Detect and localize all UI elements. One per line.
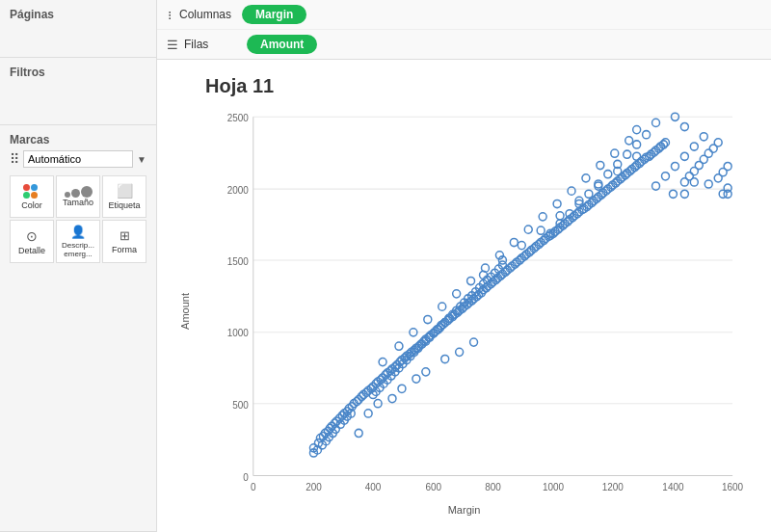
color-icon <box>23 184 40 199</box>
marca-color-label: Color <box>21 200 42 210</box>
marca-descrip-label: Descrip...emerg... <box>62 241 94 258</box>
svg-point-193 <box>518 241 525 249</box>
svg-point-186 <box>412 375 420 383</box>
svg-point-187 <box>422 368 430 376</box>
svg-text:1500: 1500 <box>227 256 249 267</box>
svg-point-274 <box>604 171 612 178</box>
svg-text:1600: 1600 <box>722 482 743 492</box>
svg-point-195 <box>556 212 564 220</box>
marca-detalle-label: Detalle <box>18 246 45 255</box>
svg-text:1000: 1000 <box>227 328 249 338</box>
svg-point-280 <box>662 173 670 180</box>
svg-point-215 <box>379 359 386 366</box>
svg-point-184 <box>388 394 396 402</box>
descrip-icon: 👤 <box>70 225 86 239</box>
svg-point-228 <box>568 187 575 195</box>
x-axis-label: Margin <box>448 504 481 516</box>
sidebar: Páginas Filtros Marcas ⠿ Automático ▼ Co… <box>0 0 157 532</box>
svg-point-178 <box>714 139 722 146</box>
svg-point-218 <box>424 315 432 323</box>
filas-label: Filas <box>184 38 237 51</box>
svg-point-194 <box>537 226 545 234</box>
svg-point-176 <box>705 149 712 157</box>
marca-detalle[interactable]: ⊙ Detalle <box>10 220 54 263</box>
filas-pill[interactable]: Amount <box>247 35 317 54</box>
chart-inner: 0 500 1000 1500 2000 2500 0 200 400 600 … <box>215 107 752 492</box>
paginas-title: Páginas <box>10 8 146 21</box>
svg-text:400: 400 <box>365 482 382 492</box>
filas-icon: ☰ <box>167 38 178 52</box>
detalle-icon: ⊙ <box>26 228 38 244</box>
forma-icon: ⊞ <box>120 228 130 243</box>
marcas-dropdown[interactable]: Automático <box>23 150 133 168</box>
svg-text:2500: 2500 <box>227 113 249 123</box>
chevron-down-icon: ▼ <box>137 154 146 165</box>
svg-point-282 <box>680 152 688 160</box>
filas-row: ☰ Filas Amount <box>157 30 771 59</box>
svg-point-278 <box>643 131 651 139</box>
svg-point-189 <box>456 348 464 356</box>
svg-text:1400: 1400 <box>662 482 683 492</box>
svg-text:1000: 1000 <box>543 482 564 492</box>
marca-color[interactable]: Color <box>10 175 54 218</box>
marca-forma-label: Forma <box>112 245 137 254</box>
filtros-title: Filtros <box>10 66 146 79</box>
svg-point-290 <box>724 162 731 170</box>
svg-point-276 <box>624 150 631 158</box>
columnas-icon: ⫶ <box>167 8 173 22</box>
svg-point-201 <box>652 119 660 126</box>
svg-point-226 <box>539 213 546 221</box>
columnas-label: Columnas <box>179 8 232 21</box>
svg-point-199 <box>633 152 641 160</box>
svg-point-287 <box>705 180 712 188</box>
svg-point-285 <box>680 122 688 130</box>
svg-point-200 <box>633 125 641 133</box>
svg-point-188 <box>441 355 449 362</box>
svg-point-182 <box>364 410 372 417</box>
marcas-select-row: ⠿ Automático ▼ <box>10 150 146 168</box>
chart-wrapper: Hoja 11 Amount 0 50 <box>157 60 771 532</box>
svg-text:800: 800 <box>485 482 501 492</box>
svg-text:1200: 1200 <box>602 482 624 492</box>
svg-text:0: 0 <box>243 472 249 483</box>
svg-point-277 <box>633 141 641 148</box>
svg-point-231 <box>611 149 619 157</box>
marca-forma[interactable]: ⊞ Forma <box>102 220 146 263</box>
y-axis-label: Amount <box>179 293 191 330</box>
svg-point-203 <box>680 190 688 198</box>
marca-tamano[interactable]: Tamaño <box>56 175 100 218</box>
marca-tamano-label: Tamaño <box>63 198 93 207</box>
svg-text:600: 600 <box>425 482 441 492</box>
svg-point-227 <box>553 200 561 207</box>
svg-point-185 <box>398 385 406 392</box>
marcas-section: Marcas ⠿ Automático ▼ Color <box>0 125 156 532</box>
svg-text:0: 0 <box>251 482 256 492</box>
svg-point-230 <box>597 161 604 169</box>
scatter-plot: 0 500 1000 1500 2000 2500 0 200 400 600 … <box>215 107 752 492</box>
svg-point-283 <box>690 143 698 150</box>
columnas-row: ⫶ Columnas Margin <box>157 0 771 30</box>
svg-point-221 <box>467 277 475 284</box>
size-icon <box>65 186 93 198</box>
svg-point-281 <box>671 162 678 170</box>
svg-point-190 <box>470 338 478 346</box>
svg-text:500: 500 <box>232 400 249 411</box>
marks-grid-icon: ⠿ <box>10 151 19 167</box>
svg-point-272 <box>585 190 593 198</box>
svg-point-219 <box>439 303 446 310</box>
columnas-pill[interactable]: Margin <box>242 5 306 24</box>
svg-text:2000: 2000 <box>227 185 249 196</box>
filtros-section: Filtros <box>0 58 156 125</box>
svg-point-181 <box>355 429 362 437</box>
etiqueta-icon: ⬜ <box>117 183 133 199</box>
marca-etiqueta[interactable]: ⬜ Etiqueta <box>102 175 146 218</box>
marcas-grid: Color Tamaño ⬜ Etiqueta ⊙ Detalle <box>10 175 146 263</box>
svg-point-170 <box>669 190 677 198</box>
svg-point-284 <box>700 133 707 141</box>
marca-descrip[interactable]: 👤 Descrip...emerg... <box>56 220 100 263</box>
chart-title: Hoja 11 <box>205 75 761 97</box>
svg-point-225 <box>524 226 532 233</box>
svg-point-224 <box>510 238 518 246</box>
svg-point-229 <box>582 174 590 182</box>
chart-container: Amount 0 500 1000 <box>167 107 761 516</box>
